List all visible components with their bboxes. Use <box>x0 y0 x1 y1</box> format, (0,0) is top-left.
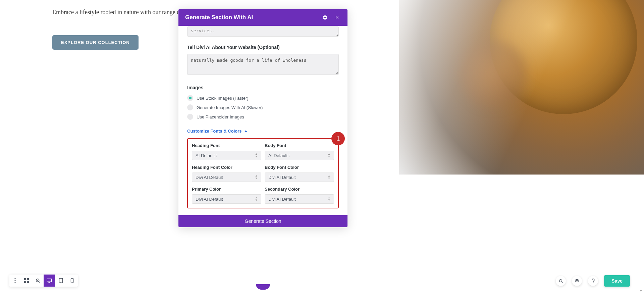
heading-font-select[interactable]: AI Default : ▲▼ <box>192 151 261 160</box>
modal-header: Generate Section With AI <box>178 9 347 26</box>
body-font-color-label: Body Font Color <box>265 165 334 170</box>
svg-rect-6 <box>27 281 29 283</box>
svg-line-18 <box>561 282 562 283</box>
secondary-color-label: Secondary Color <box>265 187 334 192</box>
select-value: AI Default : <box>196 153 217 158</box>
website-description-label: Tell Divi AI About Your Website (Optiona… <box>187 45 339 50</box>
body-font-select[interactable]: AI Default : ▲▼ <box>265 151 334 160</box>
primary-color-label: Primary Color <box>192 187 261 192</box>
primary-color-select[interactable]: Divi AI Default ▲▼ <box>192 194 261 204</box>
website-description-textarea[interactable]: naturally made goods for a life of whole… <box>187 54 339 75</box>
svg-line-8 <box>39 281 40 283</box>
radio-circle-icon <box>187 114 193 120</box>
radio-placeholder[interactable]: Use Placeholder Images <box>187 114 339 120</box>
svg-rect-5 <box>24 281 26 283</box>
body-font-label: Body Font <box>265 143 334 148</box>
select-value: Divi AI Default <box>196 175 223 180</box>
tablet-view-icon[interactable] <box>55 275 66 287</box>
select-value: Divi AI Default <box>268 175 296 180</box>
desktop-view-icon[interactable] <box>44 275 55 287</box>
hero-overlay <box>399 0 644 175</box>
select-value: AI Default : <box>268 153 290 158</box>
svg-point-17 <box>559 279 562 282</box>
svg-point-14 <box>60 282 61 282</box>
select-arrows-icon: ▲▼ <box>328 175 330 180</box>
help-icon[interactable] <box>588 276 598 286</box>
fonts-colors-options-box: 1 Heading Font AI Default : ▲▼ Body Font… <box>187 138 339 208</box>
modal-body: services. Tell Divi AI About Your Websit… <box>178 26 347 215</box>
radio-generate-ai[interactable]: Generate Images With AI (Slower) <box>187 104 339 110</box>
scrollbar-down-icon[interactable]: ▼ <box>639 289 643 293</box>
grid-view-icon[interactable] <box>21 275 32 287</box>
svg-rect-10 <box>47 279 51 282</box>
close-icon[interactable] <box>333 14 341 21</box>
radio-label: Use Stock Images (Faster) <box>197 96 249 101</box>
heading-font-color-label: Heading Font Color <box>192 165 261 170</box>
services-textarea[interactable]: services. <box>187 27 339 37</box>
radio-label: Use Placeholder Images <box>197 114 244 119</box>
heading-font-label: Heading Font <box>192 143 261 148</box>
generate-section-button[interactable]: Generate Section <box>178 215 347 227</box>
radio-label: Generate Images With AI (Slower) <box>197 105 263 110</box>
customize-link-text: Customize Fonts & Colors <box>187 129 242 134</box>
zoom-out-icon[interactable] <box>32 275 44 287</box>
explore-collection-button[interactable]: EXPLORE OUR COLLECTION <box>52 35 139 50</box>
select-value: Divi AI Default <box>196 197 223 202</box>
viewport-toolbar <box>9 275 78 287</box>
radio-stock-images[interactable]: Use Stock Images (Faster) <box>187 95 339 101</box>
more-options-icon[interactable] <box>9 275 21 287</box>
select-arrows-icon: ▲▼ <box>328 153 330 158</box>
gear-icon[interactable] <box>321 14 329 21</box>
layers-icon[interactable] <box>572 276 582 286</box>
radio-circle-icon <box>187 104 193 110</box>
search-icon[interactable] <box>556 276 566 286</box>
svg-rect-3 <box>24 278 26 280</box>
images-section-label: Images <box>187 85 339 90</box>
secondary-color-select[interactable]: Divi AI Default ▲▼ <box>265 194 334 204</box>
body-font-color-select[interactable]: Divi AI Default ▲▼ <box>265 173 334 182</box>
select-arrows-icon: ▲▼ <box>328 196 330 202</box>
heading-font-color-select[interactable]: Divi AI Default ▲▼ <box>192 173 261 182</box>
svg-point-0 <box>14 278 15 279</box>
radio-circle-selected-icon <box>187 95 193 101</box>
svg-point-1 <box>14 280 15 281</box>
footer-actions: Save <box>556 275 630 287</box>
select-value: Divi AI Default <box>268 197 296 202</box>
mobile-view-icon[interactable] <box>66 275 78 287</box>
select-arrows-icon: ▲▼ <box>255 175 258 180</box>
save-button[interactable]: Save <box>604 275 630 287</box>
select-arrows-icon: ▲▼ <box>255 196 258 202</box>
images-radio-group: Use Stock Images (Faster) Generate Image… <box>187 95 339 120</box>
chevron-up-icon <box>245 130 247 132</box>
svg-rect-4 <box>27 278 29 280</box>
select-arrows-icon: ▲▼ <box>255 153 258 158</box>
annotation-badge: 1 <box>331 132 345 145</box>
svg-point-2 <box>14 282 15 283</box>
generate-section-modal: Generate Section With AI services. Tell … <box>178 9 347 227</box>
customize-fonts-colors-toggle[interactable]: Customize Fonts & Colors <box>187 129 247 134</box>
modal-title: Generate Section With AI <box>185 14 317 21</box>
svg-point-16 <box>72 282 72 282</box>
